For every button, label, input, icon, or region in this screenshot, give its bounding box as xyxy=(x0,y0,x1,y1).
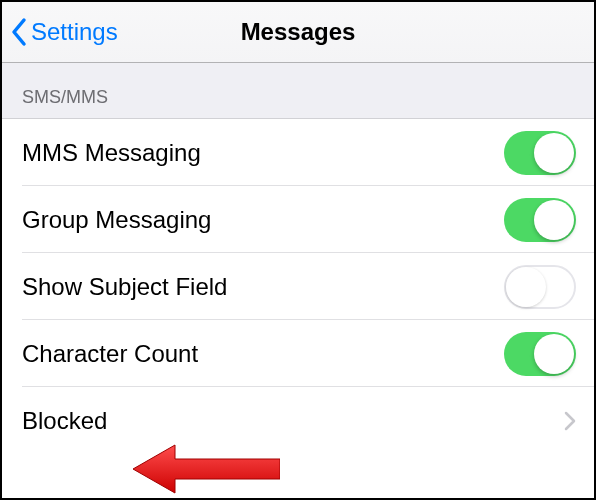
show-subject-field-switch[interactable] xyxy=(504,265,576,309)
character-count-row: Character Count xyxy=(2,320,594,387)
group-messaging-switch[interactable] xyxy=(504,198,576,242)
character-count-switch[interactable] xyxy=(504,332,576,376)
page-title: Messages xyxy=(241,18,356,46)
blocked-row[interactable]: Blocked xyxy=(2,387,594,454)
cell-label: Blocked xyxy=(22,407,107,435)
navigation-bar: Settings Messages xyxy=(2,2,594,63)
settings-list: MMS Messaging Group Messaging Show Subje… xyxy=(2,119,594,454)
switch-knob xyxy=(506,267,546,307)
mms-messaging-row: MMS Messaging xyxy=(2,119,594,186)
switch-knob xyxy=(534,133,574,173)
chevron-left-icon xyxy=(10,17,28,47)
back-label: Settings xyxy=(31,18,118,46)
chevron-right-icon xyxy=(564,411,576,431)
group-messaging-row: Group Messaging xyxy=(2,186,594,253)
switch-knob xyxy=(534,334,574,374)
cell-label: Show Subject Field xyxy=(22,273,227,301)
mms-messaging-switch[interactable] xyxy=(504,131,576,175)
back-button[interactable]: Settings xyxy=(2,17,118,47)
cell-label: Group Messaging xyxy=(22,206,211,234)
cell-label: MMS Messaging xyxy=(22,139,201,167)
section-header: SMS/MMS xyxy=(2,63,594,119)
cell-label: Character Count xyxy=(22,340,198,368)
show-subject-field-row: Show Subject Field xyxy=(2,253,594,320)
switch-knob xyxy=(534,200,574,240)
